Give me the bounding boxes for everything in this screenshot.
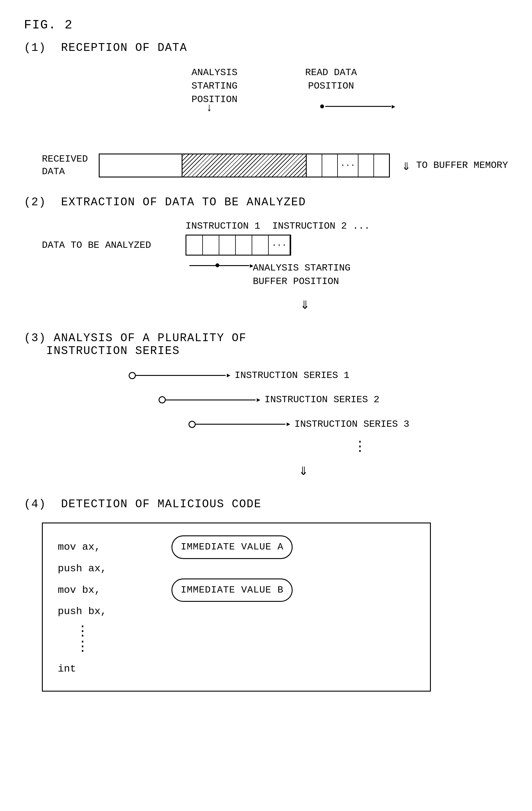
received-label: RECEIVEDDATA xyxy=(42,153,93,178)
data-bar: ··· xyxy=(99,154,390,178)
data-analyzed-row: DATA TO BE ANALYZED ··· xyxy=(42,235,508,256)
code-box: mov ax, IMMEDIATE VALUE A push ax, mov b… xyxy=(42,522,431,692)
read-data-label: READ DATAPOSITION xyxy=(305,66,357,93)
received-data-row: RECEIVEDDATA ··· ⇓ TO BUFFER MEMORY xyxy=(42,153,508,178)
to-buffer-label: ⇓ TO BUFFER MEMORY xyxy=(402,156,508,174)
analysis-arrow-down: ↓ xyxy=(206,102,213,114)
code-line-2: push ax, xyxy=(58,559,415,579)
series-label-1: INSTRUCTION SERIES 1 xyxy=(234,369,349,382)
series-row-3: INSTRUCTION SERIES 3 xyxy=(188,418,508,431)
code-text-1: mov ax, xyxy=(58,537,171,557)
series-line-3 xyxy=(196,424,286,425)
code-line-3: mov bx, IMMEDIATE VALUE B xyxy=(58,579,415,602)
code-line-1: mov ax, IMMEDIATE VALUE A xyxy=(58,535,415,559)
series-line-2 xyxy=(166,399,256,400)
series-circle-3 xyxy=(188,421,196,428)
section-4: (4) DETECTION OF MALICIOUS CODE mov ax, … xyxy=(24,498,508,692)
code-text-2: push ax, xyxy=(58,559,171,579)
section-1: (1) RECEPTION OF DATA ANALYSISSTARTINGPO… xyxy=(24,41,508,178)
series-container: INSTRUCTION SERIES 1 INSTRUCTION SERIES … xyxy=(129,369,508,480)
code-line-int: int xyxy=(58,659,415,679)
instruction-labels-row: INSTRUCTION 1 INSTRUCTION 2 ... xyxy=(185,220,508,232)
section3-down-arrow: ⇓ xyxy=(99,461,508,480)
series-line-1 xyxy=(136,375,226,376)
code-line-4: push bx, xyxy=(58,602,415,621)
code-text-4: push bx, xyxy=(58,602,171,621)
read-data-arrow: ▶ xyxy=(320,105,391,108)
section-2-title: (2) EXTRACTION OF DATA TO BE ANALYZED xyxy=(24,196,508,209)
code-dots: ⋮⋮ xyxy=(76,624,415,655)
figure-title: FIG. 2 xyxy=(24,18,508,32)
section2-down-arrow: ⇓ xyxy=(102,294,508,313)
series-circle-1 xyxy=(129,372,136,379)
code-text-3: mov bx, xyxy=(58,581,171,600)
analysis-buffer-label: ANALYSIS STARTINGBUFFER POSITION xyxy=(253,262,350,289)
section-3: (3) ANALYSIS OF A PLURALITY OF INSTRUCTI… xyxy=(24,332,508,480)
section-4-content: mov ax, IMMEDIATE VALUE A push ax, mov b… xyxy=(42,522,508,692)
immediate-badge-a: IMMEDIATE VALUE A xyxy=(171,535,293,559)
mini-cells: ··· xyxy=(185,235,291,256)
section-1-content: ANALYSISSTARTINGPOSITION READ DATAPOSITI… xyxy=(42,66,508,178)
analysis-buffer-row: ▶ ANALYSIS STARTINGBUFFER POSITION xyxy=(185,262,508,289)
series-label-3: INSTRUCTION SERIES 3 xyxy=(294,418,409,431)
immediate-badge-b: IMMEDIATE VALUE B xyxy=(171,579,293,602)
section-2: (2) EXTRACTION OF DATA TO BE ANALYZED IN… xyxy=(24,196,508,313)
series-row-2: INSTRUCTION SERIES 2 xyxy=(158,394,508,406)
analysis-starting-label: ANALYSISSTARTINGPOSITION xyxy=(192,66,238,106)
section-1-title: (1) RECEPTION OF DATA xyxy=(24,41,508,54)
buffer-arrow-down: ⇓ xyxy=(402,156,411,174)
series-circle-2 xyxy=(158,396,166,403)
section-4-title: (4) DETECTION OF MALICIOUS CODE xyxy=(24,498,508,510)
series-row-1: INSTRUCTION SERIES 1 xyxy=(129,369,508,382)
code-text-int: int xyxy=(58,659,171,679)
section-3-title: (3) ANALYSIS OF A PLURALITY OF INSTRUCTI… xyxy=(24,332,508,357)
section-2-content: INSTRUCTION 1 INSTRUCTION 2 ... DATA TO … xyxy=(42,220,508,313)
data-analyzed-label: DATA TO BE ANALYZED xyxy=(42,240,180,251)
series-continuation-dots: ⋮ xyxy=(353,440,508,455)
series-label-2: INSTRUCTION SERIES 2 xyxy=(264,394,379,406)
